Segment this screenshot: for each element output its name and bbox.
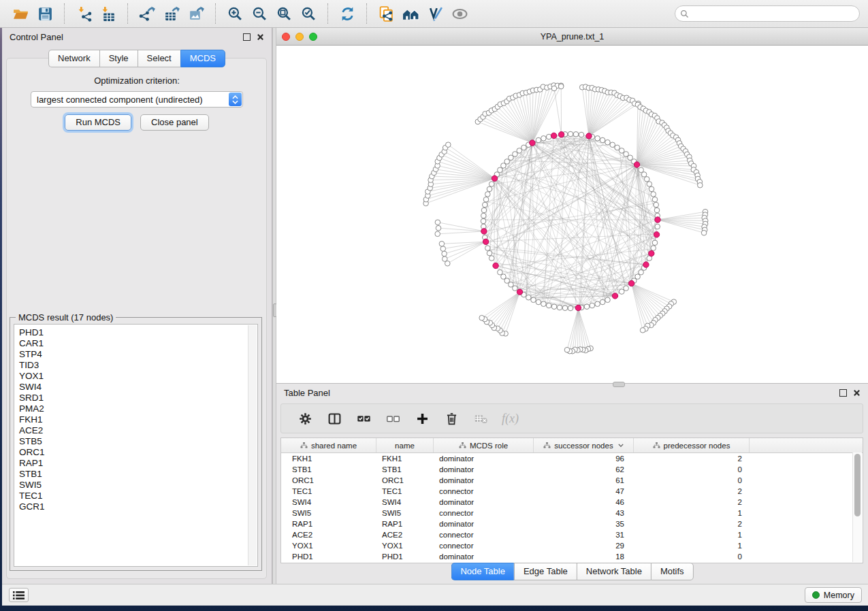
export-network-button[interactable] [135, 3, 159, 24]
search-input[interactable] [692, 8, 854, 19]
zoom-in-button[interactable] [223, 3, 247, 24]
deselect-all-columns-button[interactable] [379, 406, 408, 431]
cell-MCDS-role[interactable]: dominator [434, 520, 534, 528]
cell-predecessor-nodes[interactable]: 0 [634, 552, 750, 561]
cell-successor-nodes[interactable]: 62 [534, 465, 634, 474]
cell-successor-nodes[interactable]: 43 [534, 509, 634, 517]
cell-name[interactable]: TEC1 [376, 487, 434, 495]
table-row[interactable]: ACE2ACE2connector311 [281, 529, 863, 540]
cell-MCDS-role[interactable]: connector [434, 509, 534, 517]
mcds-result-item[interactable]: STB5 [19, 436, 257, 447]
sort-caret-icon[interactable] [618, 444, 624, 447]
table-tab-motifs[interactable]: Motifs [651, 563, 694, 580]
zoom-selected-button[interactable] [296, 3, 321, 24]
float-table-panel-icon[interactable] [839, 389, 847, 397]
tab-style[interactable]: Style [99, 50, 138, 67]
cell-name[interactable]: SWI5 [376, 509, 434, 517]
split-columns-button[interactable] [320, 406, 349, 431]
column-header-successor-nodes[interactable]: successor nodes [534, 438, 634, 452]
cell-successor-nodes[interactable]: 35 [534, 520, 634, 528]
cell-shared-name[interactable]: ORC1 [281, 476, 376, 484]
cell-predecessor-nodes[interactable]: 0 [634, 465, 750, 474]
optimization-criterion-select[interactable]: largest connected component (undirected) [31, 91, 243, 108]
table-row[interactable]: SWI5SWI5connector431 [281, 508, 863, 518]
refresh-button[interactable] [335, 3, 359, 24]
table-row[interactable]: TEC1TEC1connector472 [281, 486, 863, 497]
table-tab-network-table[interactable]: Network Table [577, 563, 651, 580]
cell-predecessor-nodes[interactable]: 0 [634, 476, 750, 484]
table-tab-edge-table[interactable]: Edge Table [514, 563, 577, 580]
task-history-button[interactable] [9, 588, 29, 602]
mcds-result-item[interactable]: SWI4 [19, 382, 257, 393]
network-canvas[interactable] [276, 45, 868, 383]
zoom-out-button[interactable] [247, 3, 272, 24]
cell-MCDS-role[interactable]: dominator [434, 465, 534, 474]
tab-mcds[interactable]: MCDS [180, 50, 225, 67]
settings-gear-button[interactable] [291, 406, 320, 431]
mcds-result-item[interactable]: TID3 [19, 360, 257, 371]
mcds-result-item[interactable]: RAP1 [19, 458, 257, 469]
cell-shared-name[interactable]: SWI4 [281, 498, 376, 506]
cell-shared-name[interactable]: YOX1 [281, 542, 376, 550]
delete-column-button[interactable] [437, 406, 466, 431]
cell-name[interactable]: SWI4 [376, 498, 434, 506]
cell-name[interactable]: ACE2 [376, 531, 434, 539]
mcds-result-item[interactable]: CAR1 [19, 338, 257, 349]
close-panel-icon[interactable] [257, 33, 264, 41]
cell-successor-nodes[interactable]: 61 [534, 476, 634, 484]
cell-MCDS-role[interactable]: dominator [434, 455, 534, 463]
cell-name[interactable]: PHD1 [376, 552, 434, 561]
window-zoom-icon[interactable] [309, 33, 317, 41]
cell-predecessor-nodes[interactable]: 1 [634, 509, 750, 517]
cell-MCDS-role[interactable]: dominator [434, 476, 534, 484]
mcds-result-item[interactable]: STP4 [19, 349, 257, 360]
cell-shared-name[interactable]: PHD1 [281, 552, 376, 561]
import-table-button[interactable] [96, 3, 120, 24]
cell-shared-name[interactable]: FKH1 [281, 455, 376, 463]
new-network-from-selection-button[interactable] [374, 3, 398, 24]
close-panel-button[interactable]: Close panel [140, 114, 209, 131]
save-session-button[interactable] [33, 3, 57, 24]
show-details-eye-button[interactable] [447, 3, 472, 24]
cell-name[interactable]: ORC1 [376, 476, 434, 484]
table-row[interactable]: ORC1ORC1dominator610 [281, 475, 863, 486]
cell-successor-nodes[interactable]: 46 [534, 498, 634, 506]
cell-name[interactable]: FKH1 [376, 455, 434, 463]
table-tab-node-table[interactable]: Node Table [451, 563, 514, 580]
cell-successor-nodes[interactable]: 31 [534, 531, 634, 539]
window-minimize-icon[interactable] [295, 33, 304, 41]
table-panel-splitter-handle[interactable] [613, 382, 625, 387]
cell-MCDS-role[interactable]: dominator [434, 498, 534, 506]
mcds-result-item[interactable]: YOX1 [19, 371, 257, 382]
select-all-columns-button[interactable] [349, 406, 379, 431]
column-header-MCDS-role[interactable]: MCDS role [434, 438, 534, 452]
network-graph[interactable] [276, 45, 868, 383]
cell-predecessor-nodes[interactable]: 1 [634, 531, 750, 539]
cell-shared-name[interactable]: TEC1 [281, 487, 376, 495]
create-column-button[interactable] [408, 406, 437, 431]
zoom-fit-button[interactable] [272, 3, 296, 24]
cell-name[interactable]: STB1 [376, 465, 434, 474]
tab-select[interactable]: Select [138, 50, 180, 67]
table-row[interactable]: RAP1RAP1dominator352 [281, 518, 863, 529]
cell-MCDS-role[interactable]: connector [434, 531, 534, 539]
close-table-panel-icon[interactable] [853, 389, 861, 397]
cell-MCDS-role[interactable]: connector [434, 487, 534, 495]
cell-name[interactable]: YOX1 [376, 542, 434, 550]
table-scrollbar-thumb[interactable] [854, 454, 861, 516]
cell-shared-name[interactable]: RAP1 [281, 520, 376, 528]
cell-successor-nodes[interactable]: 29 [534, 542, 634, 550]
export-image-button[interactable] [184, 3, 208, 24]
table-row[interactable]: PHD1PHD1dominator180 [281, 551, 863, 562]
float-panel-icon[interactable] [243, 33, 251, 41]
mcds-result-item[interactable]: SRD1 [19, 393, 257, 403]
tab-network[interactable]: Network [48, 50, 99, 67]
cell-successor-nodes[interactable]: 18 [534, 552, 634, 561]
mcds-result-list[interactable]: PHD1CAR1STP4TID3YOX1SWI4SRD1PMA2FKH1ACE2… [14, 324, 258, 567]
import-network-button[interactable] [71, 3, 96, 24]
style-pen-button[interactable] [423, 3, 447, 24]
mcds-result-item[interactable]: ORC1 [19, 447, 257, 458]
table-row[interactable]: STB1STB1dominator620 [281, 464, 863, 475]
network-overview-button[interactable] [398, 3, 423, 24]
table-scrollbar[interactable] [852, 452, 862, 562]
